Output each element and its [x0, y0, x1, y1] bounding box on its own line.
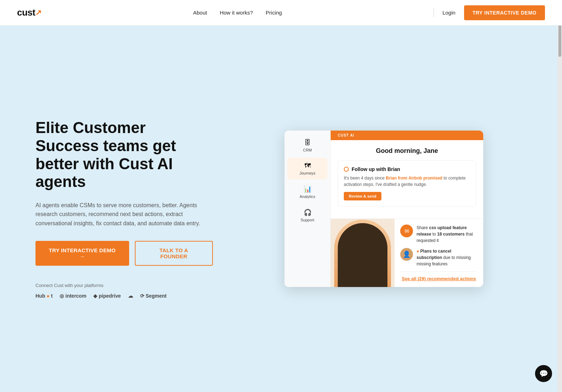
crm-icon: 🗄: [304, 139, 311, 147]
email-icon: ✉: [400, 225, 413, 237]
hero-description: AI agents enable CSMs to serve more cust…: [35, 201, 213, 228]
scrollbar[interactable]: [558, 0, 562, 392]
person-silhouette: [338, 223, 387, 287]
mini-card-cancel: 👤 ● Plans to cancel subscription due to …: [400, 248, 478, 267]
platform-segment: ⟳ Segment: [140, 293, 167, 299]
platform-intercom: ◎ intercom: [60, 293, 86, 299]
support-icon: 🎧: [304, 209, 312, 216]
sidebar-item-support[interactable]: 🎧 Support: [287, 204, 327, 226]
analytics-icon: 📊: [304, 185, 312, 193]
ui-shell: 🗄 CRM 🗺 Journeys 📊 Analytics 🎧 Support: [285, 131, 483, 287]
crm-label: CRM: [303, 148, 312, 152]
nav-right: Login TRY INTERACTIVE DEMO: [434, 5, 545, 20]
hero-title: Elite Customer Success teams get better …: [35, 119, 213, 191]
person-photo: [331, 219, 395, 287]
platform-pipedrive: ◆ pipedrive: [93, 293, 121, 299]
mini-content-csv: Share csv upload feature release to 18 c…: [417, 225, 478, 244]
hero-buttons: TRY INTERACTIVE DEMO → TALK TO A FOUNDER: [35, 241, 213, 266]
navbar: cust↗ About How it works? Pricing Login …: [0, 0, 562, 26]
logo[interactable]: cust↗: [17, 7, 42, 18]
ui-header: CUST AI: [331, 131, 483, 140]
mini-card-csv: ✉ Share csv upload feature release to 18…: [400, 225, 478, 244]
logo-text: cust: [17, 7, 35, 18]
hero-section: Elite Customer Success teams get better …: [0, 26, 562, 392]
avatar-icon: 👤: [400, 248, 413, 261]
chat-icon: 💬: [539, 369, 548, 378]
platforms-section: Connect Cust with your platforms Hub●t ◎…: [35, 283, 213, 299]
nav-about[interactable]: About: [193, 10, 207, 16]
ui-actions-right: ✉ Share csv upload feature release to 18…: [395, 219, 483, 287]
hero-left: Elite Customer Success teams get better …: [35, 119, 213, 298]
ui-body: Good morning, Jane Follow up with Brian …: [331, 140, 483, 219]
nav-links: About How it works? Pricing: [193, 10, 282, 16]
nav-how-it-works[interactable]: How it works?: [220, 10, 253, 16]
nav-cta-button[interactable]: TRY INTERACTIVE DEMO: [464, 5, 545, 20]
nav-divider: [434, 9, 434, 17]
journeys-icon: 🗺: [304, 162, 311, 170]
logo-arrow: ↗: [35, 8, 42, 17]
action-title: Follow up with Brian: [352, 166, 400, 172]
platform-hubspot: Hub●t: [35, 293, 53, 299]
action-circle-icon: [344, 167, 349, 172]
sidebar-item-analytics[interactable]: 📊 Analytics: [287, 181, 327, 203]
see-all-link[interactable]: See all (29) recommended actions: [400, 271, 478, 281]
analytics-label: Analytics: [299, 194, 315, 199]
journeys-label: Journeys: [299, 171, 315, 175]
action-description: It's been 4 days since Brian from Airbnb…: [344, 175, 470, 188]
platforms-logos: Hub●t ◎ intercom ◆ pipedrive ☁ ⟳ Segment: [35, 293, 213, 299]
mini-content-cancel: ● Plans to cancel subscription due to mi…: [417, 248, 478, 267]
ui-sidebar: 🗄 CRM 🗺 Journeys 📊 Analytics 🎧 Support: [285, 131, 331, 287]
sidebar-item-journeys[interactable]: 🗺 Journeys: [287, 158, 327, 180]
ui-main-panel: CUST AI Good morning, Jane Follow up wit…: [331, 131, 483, 287]
hero-right: 🗄 CRM 🗺 Journeys 📊 Analytics 🎧 Support: [241, 131, 527, 287]
review-send-button[interactable]: Review & send: [344, 192, 381, 200]
action-card-followup: Follow up with Brian It's been 4 days si…: [338, 160, 476, 206]
platform-salesforce: ☁: [128, 293, 133, 299]
ui-demo-wrapper: 🗄 CRM 🗺 Journeys 📊 Analytics 🎧 Support: [285, 131, 483, 287]
person-illustration: [334, 220, 391, 287]
chat-bubble[interactable]: 💬: [535, 365, 552, 382]
sidebar-item-crm[interactable]: 🗄 CRM: [287, 135, 327, 156]
support-label: Support: [301, 218, 314, 222]
hero-cta-primary[interactable]: TRY INTERACTIVE DEMO →: [35, 241, 129, 266]
action-title-row: Follow up with Brian: [344, 166, 470, 172]
nav-pricing[interactable]: Pricing: [266, 10, 282, 16]
ui-greeting: Good morning, Jane: [338, 147, 476, 155]
hero-cta-secondary[interactable]: TALK TO A FOUNDER: [135, 241, 213, 266]
platforms-label: Connect Cust with your platforms: [35, 283, 213, 288]
ui-bottom: ✉ Share csv upload feature release to 18…: [331, 219, 483, 287]
login-link[interactable]: Login: [442, 10, 456, 16]
